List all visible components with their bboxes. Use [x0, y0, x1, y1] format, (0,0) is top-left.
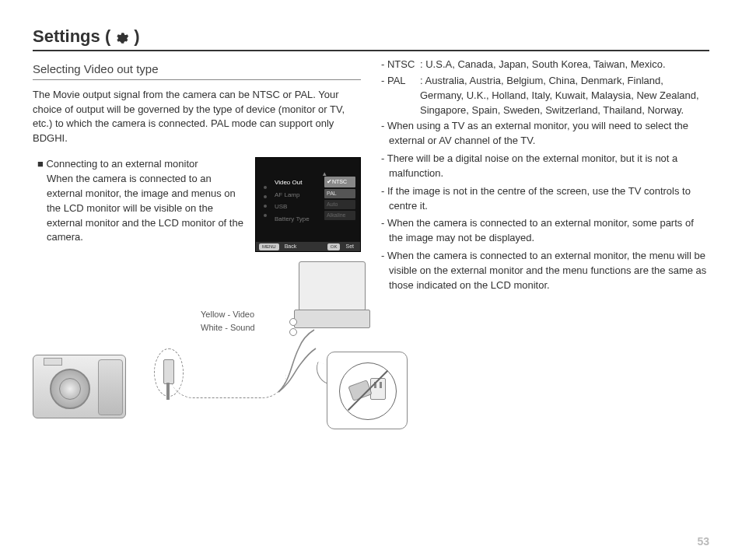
note-item: - When using a TV as an external monitor…: [381, 119, 709, 149]
lcd-option: Alkaline: [324, 211, 355, 220]
note-item: - There will be a digital noise on the e…: [381, 152, 709, 181]
tv-illustration: [294, 258, 370, 333]
prohibit-slash-icon: [339, 362, 395, 418]
no-wall-power-callout: [327, 352, 408, 429]
left-column: Selecting Video out type The Movie outpu…: [33, 58, 361, 429]
lcd-menu-item: USB: [275, 201, 315, 213]
note-item: - If the image is not in the centre of t…: [381, 184, 709, 214]
title-suffix: ): [134, 26, 139, 47]
ok-key-icon: OK: [327, 243, 341, 250]
title-prefix: Settings (: [33, 26, 110, 47]
camera-lcd-mockup: ▴ Video Out AF Lamp USB Battery Type ✔NT…: [255, 157, 361, 252]
legend-video: Yellow - Video: [201, 308, 255, 321]
manual-page: Settings ( ) Selecting Video out type Th…: [0, 0, 742, 560]
lcd-option: Auto: [324, 200, 355, 209]
lcd-option-list: ✔NTSC PAL Auto Alkaline: [324, 177, 355, 222]
def-key: - NTSC: [381, 58, 420, 72]
notes-list: - When using a TV as an external monitor…: [381, 119, 709, 292]
camera-illustration: [33, 355, 126, 418]
set-label: Set: [342, 243, 357, 249]
note-item: - When the camera is connected to an ext…: [381, 216, 709, 246]
connection-diagram: Yellow - Video White - Sound: [33, 258, 361, 429]
right-column: - NTSC : U.S.A, Canada, Japan, South Kor…: [381, 58, 709, 429]
legend-audio: White - Sound: [201, 321, 255, 334]
lcd-side-dots: [264, 180, 268, 223]
lcd-menu-item: Video Out: [275, 177, 315, 189]
page-title-row: Settings ( ): [33, 26, 709, 51]
lcd-option: PAL: [324, 189, 355, 198]
gear-icon: [115, 30, 129, 44]
ntsc-definition: - NTSC : U.S.A, Canada, Japan, South Kor…: [381, 58, 709, 72]
section-heading: Selecting Video out type: [33, 61, 361, 80]
square-bullet-icon: ■: [37, 158, 46, 170]
lcd-bottom-bar: MENUBack OKSet: [256, 242, 360, 251]
subsection-label: Connecting to an external monitor: [46, 158, 198, 170]
check-icon: ✔: [327, 178, 332, 185]
intro-paragraph: The Movie output signal from the camera …: [33, 88, 361, 146]
page-title: Settings ( ): [33, 26, 140, 47]
def-key: - PAL: [381, 74, 420, 118]
page-number: 53: [697, 535, 709, 548]
lcd-menu-item: Battery Type: [275, 213, 315, 226]
def-value: : U.S.A, Canada, Japan, South Korea, Tai…: [420, 58, 709, 72]
content-columns: Selecting Video out type The Movie outpu…: [33, 58, 709, 429]
cable-legend: Yellow - Video White - Sound: [201, 308, 255, 334]
back-label: Back: [282, 243, 300, 249]
lcd-menu-list: Video Out AF Lamp USB Battery Type: [275, 177, 315, 225]
menu-key-icon: MENU: [259, 243, 279, 250]
def-value: : Australia, Austria, Belgium, China, De…: [420, 74, 709, 118]
note-item: - When the camera is connected to an ext…: [381, 249, 709, 293]
lcd-option: ✔NTSC: [324, 177, 355, 187]
pal-definition: - PAL : Australia, Austria, Belgium, Chi…: [381, 74, 709, 118]
usb-plug-illustration: [149, 348, 188, 395]
lcd-menu-item: AF Lamp: [275, 189, 315, 201]
